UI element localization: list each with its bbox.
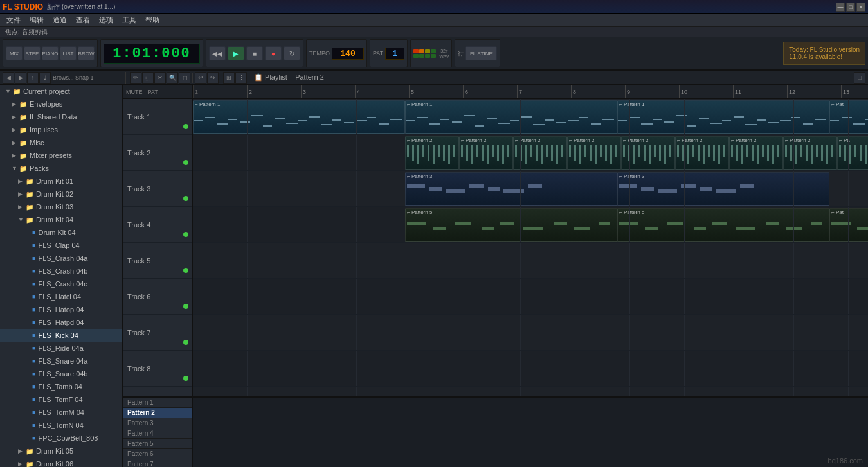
- pl-undo[interactable]: ↩: [195, 72, 206, 84]
- browser-item-fls-snare-04a[interactable]: ■FLS_Snare 04a: [0, 355, 122, 367]
- browser-item-fls-hatcl-04[interactable]: ■FLS_Hatcl 04: [0, 290, 122, 303]
- browser-item-il-shared-data[interactable]: ▶📁IL Shared Data: [0, 110, 122, 123]
- pattern-list-item-pat7[interactable]: Pattern 7: [123, 459, 192, 467]
- browser-item-fls-hatpd-04[interactable]: ■FLS_Hatpd 04: [0, 316, 122, 329]
- close-button[interactable]: ×: [856, 3, 865, 12]
- browser-item-misc[interactable]: ▶📁Misc: [0, 136, 122, 149]
- track-label-8[interactable]: Track 8: [123, 351, 192, 387]
- pattern-block[interactable]: ⌐ Pattern 2: [675, 136, 729, 170]
- pattern-block[interactable]: ⌐ Pattern 3: [405, 172, 617, 206]
- loop-button[interactable]: ↻: [284, 46, 300, 60]
- browser-item-fls-tomf-04[interactable]: ■FLS_TomF 04: [0, 393, 122, 406]
- pattern-list-item-pat1[interactable]: Pattern 1: [123, 398, 192, 408]
- pattern-block[interactable]: ⌐ Pa: [837, 136, 868, 170]
- pattern-block[interactable]: ⌐ Pattern 1: [193, 100, 405, 134]
- track-label-4[interactable]: Track 4: [123, 207, 192, 243]
- browser-item-mixer-presets[interactable]: ▶📁Mixer presets: [0, 149, 122, 162]
- track-label-9[interactable]: Track 9: [123, 387, 192, 396]
- pl-snap[interactable]: ⊞: [223, 72, 235, 84]
- pattern-block[interactable]: ⌐ Pattern 2: [567, 136, 621, 170]
- browser-item-fls-kick-04[interactable]: ■FLS_Kick 04: [0, 329, 122, 342]
- pattern-block[interactable]: ⌐ Pattern 5: [617, 208, 829, 242]
- track-label-3[interactable]: Track 3: [123, 171, 192, 207]
- mixer-btn[interactable]: MIX: [6, 46, 23, 60]
- menu-edit[interactable]: 编辑: [26, 15, 48, 26]
- minimize-button[interactable]: —: [836, 3, 845, 12]
- browser-item-envelopes[interactable]: ▶📁Envelopes: [0, 98, 122, 110]
- browser-item-fls-tomn-04[interactable]: ■FLS_TomN 04: [0, 419, 122, 432]
- playlist-btn[interactable]: LIST: [60, 46, 77, 60]
- pattern-list-item-pat5[interactable]: Pattern 5: [123, 439, 192, 449]
- browser-btn1[interactable]: ↑: [27, 72, 39, 84]
- pattern-block[interactable]: ⌐ Pattern 2: [513, 136, 567, 170]
- pattern-block[interactable]: ⌐ Pattern 1: [405, 100, 617, 134]
- fl-studiomode-btn[interactable]: FL STINE: [465, 46, 497, 60]
- record-button[interactable]: ●: [265, 46, 282, 60]
- pl-tool-pencil[interactable]: ✏: [130, 72, 141, 84]
- menu-help[interactable]: 帮助: [141, 15, 163, 26]
- browser-item-drum-kit-04[interactable]: ▼📁Drum Kit 04: [0, 213, 122, 226]
- browser-nav-left[interactable]: ◀: [3, 72, 14, 84]
- track-row-4[interactable]: ⌐ Pattern 5 ⌐ Pattern 5 ⌐ Pat: [193, 207, 868, 243]
- pattern-number[interactable]: 1: [385, 48, 404, 60]
- menu-file[interactable]: 文件: [3, 15, 24, 26]
- pl-tool-erase[interactable]: ◻: [179, 72, 190, 84]
- track-label-2[interactable]: Track 2: [123, 135, 192, 171]
- pattern-list-item-pat2[interactable]: Pattern 2: [123, 408, 192, 418]
- pattern-list-item-pat4[interactable]: Pattern 4: [123, 428, 192, 439]
- track-row-8[interactable]: [193, 351, 868, 387]
- browser-item-drum-kit-03[interactable]: ▶📁Drum Kit 03: [0, 200, 122, 213]
- pattern-block[interactable]: ⌐ Pat: [829, 208, 868, 242]
- browser-item-fls-crash-04c[interactable]: ■FLS_Crash 04c: [0, 278, 122, 290]
- menu-channel[interactable]: 通道: [49, 15, 71, 26]
- track-row-2[interactable]: ⌐ Pattern 2 ⌐ Pattern 2 ⌐ Pattern 2 ⌐ Pa…: [193, 135, 868, 171]
- pattern-block[interactable]: ⌐ Pattern 2: [621, 136, 675, 170]
- tempo-display[interactable]: 140: [332, 48, 364, 60]
- menu-view[interactable]: 查看: [72, 15, 94, 26]
- browser-item-fls-clap-04[interactable]: ■FLS_Clap 04: [0, 239, 122, 252]
- menu-options[interactable]: 选项: [95, 15, 117, 26]
- pl-tool-select[interactable]: ⬚: [142, 72, 154, 84]
- browser-item-fls-snare-04b[interactable]: ■FLS_Snare 04b: [0, 367, 122, 380]
- pattern-block[interactable]: ⌐ Pattern 2: [405, 136, 459, 170]
- browser-btn2[interactable]: ♩: [39, 72, 51, 84]
- pattern-block[interactable]: ⌐ Pat: [829, 100, 868, 134]
- step-seq-btn[interactable]: STEP: [24, 46, 41, 60]
- browser-item-packs[interactable]: ▼📁Packs: [0, 162, 122, 175]
- browser-item-drum-kit-06[interactable]: ▶📁Drum Kit 06: [0, 457, 122, 467]
- menu-tools[interactable]: 工具: [118, 15, 140, 26]
- browser-btn[interactable]: BROW: [78, 46, 95, 60]
- browser-item-impulses[interactable]: ▶📁Impulses: [0, 123, 122, 136]
- browser-item-fls-ride-04a[interactable]: ■FLS_Ride 04a: [0, 342, 122, 355]
- pattern-block[interactable]: ⌐ Pattern 3: [617, 172, 829, 206]
- rewind-button[interactable]: ◀◀: [209, 46, 226, 60]
- pl-redo[interactable]: ↪: [207, 72, 219, 84]
- browser-item-fls-hatop-04[interactable]: ■FLS_Hatop 04: [0, 303, 122, 316]
- browser-item-fls-tomm-04[interactable]: ■FLS_TomM 04: [0, 406, 122, 419]
- browser-item-drum-kit-04-file[interactable]: ■Drum Kit 04: [0, 226, 122, 239]
- browser-item-current-project[interactable]: ▼📁Current project: [0, 85, 122, 98]
- browser-item-drum-kit-01[interactable]: ▶📁Drum Kit 01: [0, 175, 122, 188]
- track-label-5[interactable]: Track 5: [123, 243, 192, 279]
- track-label-6[interactable]: Track 6: [123, 279, 192, 315]
- track-row-7[interactable]: [193, 315, 868, 351]
- track-row-5[interactable]: [193, 243, 868, 279]
- browser-item-drum-kit-05[interactable]: ▶📁Drum Kit 05: [0, 445, 122, 457]
- pl-close[interactable]: □: [854, 72, 865, 84]
- pattern-list-item-pat3[interactable]: Pattern 3: [123, 418, 192, 428]
- track-label-1[interactable]: Track 1: [123, 99, 192, 135]
- pl-grid[interactable]: ⋮: [235, 72, 247, 84]
- track-row-1[interactable]: ⌐ Pattern 1 ⌐ Pattern 1 ⌐ Pattern 1 ⌐ Pa…: [193, 99, 868, 135]
- browser-nav-right[interactable]: ▶: [15, 72, 26, 84]
- browser-item-fls-crash-04b[interactable]: ■FLS_Crash 04b: [0, 265, 122, 278]
- track-row-6[interactable]: [193, 279, 868, 315]
- track-row-9[interactable]: [193, 387, 868, 396]
- browser-item-fls-tamb-04[interactable]: ■FLS_Tamb 04: [0, 380, 122, 393]
- pattern-list-item-pat6[interactable]: Pattern 6: [123, 449, 192, 459]
- browser-item-fls-crash-04a[interactable]: ■FLS_Crash 04a: [0, 252, 122, 265]
- track-row-3[interactable]: ⌐ Pattern 3 ⌐ Pattern 3: [193, 171, 868, 207]
- stop-button[interactable]: ■: [246, 46, 263, 60]
- browser-item-fpc-cowbell-808[interactable]: ■FPC_CowBell_808: [0, 432, 122, 445]
- piano-roll-btn[interactable]: PIANO: [42, 46, 59, 60]
- maximize-button[interactable]: □: [846, 3, 855, 12]
